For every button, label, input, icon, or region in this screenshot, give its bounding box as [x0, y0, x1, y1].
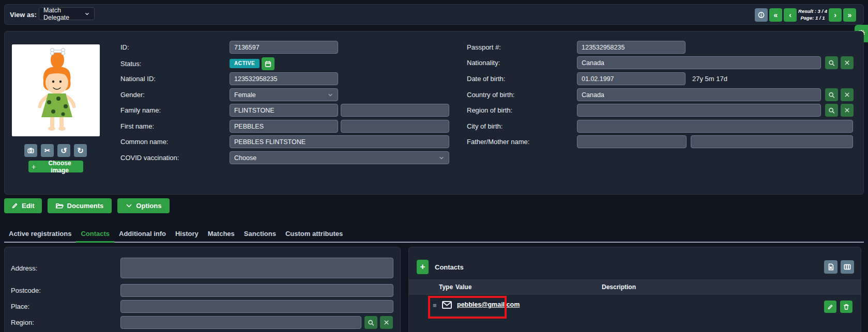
camera-icon [27, 147, 34, 154]
column-description: Description [602, 283, 636, 291]
region-label: Region: [11, 316, 34, 329]
column-value: Value [455, 283, 471, 291]
common-name-input[interactable] [230, 135, 449, 148]
tab-active-registrations[interactable]: Active registrations [4, 226, 76, 242]
page-count: Page: 1 / 1 [798, 15, 827, 22]
chevron-right-icon: › [834, 11, 836, 19]
nationality-search-button[interactable] [825, 56, 838, 69]
passport-input[interactable] [577, 41, 686, 54]
crop-image-button[interactable]: ✂ [41, 144, 54, 157]
profile-panel: ✂ ↺ ↻ + Choose image ID: Status: ACTIVE … [4, 31, 864, 195]
x-icon [844, 91, 850, 98]
region-search-button[interactable] [364, 316, 377, 329]
documents-button[interactable]: Documents [48, 198, 112, 213]
region-of-birth-clear-button[interactable] [841, 104, 854, 117]
chevron-down-icon [84, 11, 90, 17]
take-photo-button[interactable] [24, 144, 37, 157]
region-of-birth-search-button[interactable] [825, 104, 838, 117]
country-of-birth-label: Country of birth: [467, 88, 515, 101]
postcode-input[interactable] [120, 284, 393, 297]
info-button[interactable] [755, 8, 768, 22]
country-of-birth-search-button[interactable] [825, 88, 838, 101]
family-name-alt-input[interactable] [341, 104, 449, 117]
common-name-label: Common name: [120, 135, 168, 148]
tab-contacts[interactable]: Contacts [76, 226, 114, 243]
export-file-button[interactable] [824, 260, 837, 274]
gender-select[interactable]: Female [230, 88, 338, 101]
edit-button[interactable]: Edit [4, 198, 42, 213]
place-input[interactable] [120, 300, 393, 313]
rotate-right-button[interactable]: ↻ [74, 144, 87, 157]
first-page-button[interactable]: « [769, 8, 782, 22]
detail-tabs: Active registrations Contacts Additional… [4, 226, 864, 243]
father-mother-name-input[interactable] [577, 135, 687, 148]
status-history-button[interactable] [262, 57, 275, 70]
tab-additional-info[interactable]: Additional info [114, 226, 171, 242]
folder-open-icon [56, 202, 64, 210]
x-icon [844, 107, 850, 114]
tab-matches[interactable]: Matches [203, 226, 239, 242]
nationality-input[interactable] [577, 56, 821, 69]
info-icon [758, 11, 765, 19]
rotate-left-button[interactable]: ↺ [57, 144, 70, 157]
search-icon [828, 91, 835, 99]
last-page-button[interactable]: » [843, 8, 856, 22]
choose-image-button[interactable]: + Choose image [28, 161, 83, 172]
status-badge: ACTIVE [230, 59, 260, 68]
national-id-input[interactable] [230, 72, 338, 85]
first-name-alt-input[interactable] [341, 120, 449, 133]
trash-icon [843, 304, 849, 310]
edit-label: Edit [22, 202, 35, 210]
add-contact-button[interactable]: + [417, 260, 429, 274]
region-clear-button[interactable] [380, 316, 393, 329]
family-name-label: Family name: [120, 104, 161, 117]
pagination-status: Result : 3 / 4 Page: 1 / 1 [798, 8, 827, 22]
screen: View as: Match Delegate « ‹ Result : 3 /… [0, 0, 868, 332]
x-icon [383, 319, 390, 326]
columns-button[interactable] [841, 260, 854, 274]
covid-vaccination-value: Choose [234, 154, 256, 162]
pagination: « ‹ Result : 3 / 4 Page: 1 / 1 › » [755, 8, 856, 22]
city-of-birth-input[interactable] [577, 120, 853, 133]
options-button[interactable]: Options [117, 198, 170, 213]
passport-label: Passport #: [467, 41, 501, 54]
top-toolbar: View as: Match Delegate « ‹ Result : 3 /… [4, 4, 864, 25]
country-of-birth-input[interactable] [577, 88, 821, 101]
pebbles-cartoon-image [12, 44, 100, 136]
view-as-select[interactable]: Match Delegate [39, 7, 95, 20]
chevron-left-icon: ‹ [789, 11, 791, 19]
covid-vaccination-select[interactable]: Choose [230, 151, 449, 164]
tab-custom-attributes[interactable]: Custom attributes [281, 226, 347, 242]
id-label: ID: [120, 41, 129, 54]
date-of-birth-input[interactable] [577, 72, 686, 85]
first-name-input[interactable] [230, 120, 338, 133]
region-of-birth-input[interactable] [577, 104, 821, 117]
date-of-birth-label: Date of birth: [467, 72, 505, 85]
search-icon [828, 107, 835, 114]
edit-contact-button[interactable] [824, 301, 836, 313]
family-name-input[interactable] [230, 104, 338, 117]
tab-history[interactable]: History [171, 226, 203, 242]
nationality-clear-button[interactable] [841, 56, 854, 69]
delete-contact-button[interactable] [840, 301, 852, 313]
address-input[interactable] [120, 258, 393, 278]
address-panel: Address: Postcode: Place: Region: [4, 247, 401, 332]
tab-sanctions[interactable]: Sanctions [239, 226, 281, 242]
choose-image-label: Choose image [39, 160, 80, 174]
next-result-button[interactable]: › [829, 8, 842, 22]
file-export-icon [827, 263, 834, 271]
country-of-birth-clear-button[interactable] [841, 88, 854, 101]
contacts-panel: + Contacts Type Value Description ≡ pebb… [408, 247, 861, 332]
region-input[interactable] [120, 316, 361, 329]
view-as-label: View as: [10, 8, 37, 21]
covid-vaccination-label: COVID vaccination: [120, 151, 179, 164]
status-label: Status: [120, 57, 141, 70]
age-text: 27y 5m 17d [692, 72, 727, 85]
father-mother-name-alt-input[interactable] [691, 135, 853, 148]
chevron-down-icon [126, 202, 132, 209]
id-input[interactable] [230, 41, 338, 54]
prev-result-button[interactable]: ‹ [784, 8, 797, 22]
postcode-label: Postcode: [11, 284, 41, 297]
rotate-left-icon: ↺ [60, 147, 67, 154]
national-id-label: National ID: [120, 72, 156, 85]
